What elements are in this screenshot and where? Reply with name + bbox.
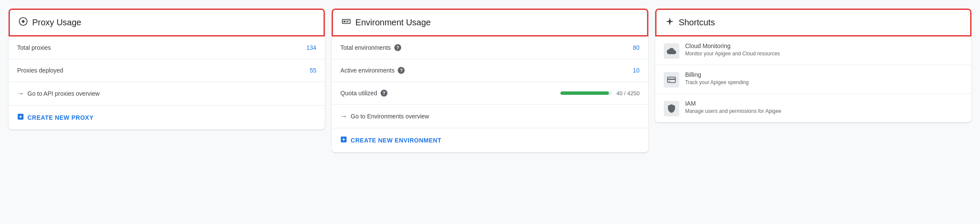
create-env-icon (340, 136, 347, 145)
svg-point-3 (22, 21, 24, 22)
create-new-environment-label: CREATE NEW ENVIRONMENT (351, 137, 441, 144)
total-proxies-value[interactable]: 134 (306, 44, 316, 51)
cloud-monitoring-icon-wrapper (664, 43, 679, 59)
shortcuts-body: Cloud Monitoring Monitor your Apigee and… (655, 36, 971, 122)
shortcut-cloud-monitoring[interactable]: Cloud Monitoring Monitor your Apigee and… (655, 36, 971, 65)
go-to-api-proxies-row[interactable]: → Go to API proxies overview (9, 82, 325, 106)
billing-title: Billing (685, 71, 749, 78)
quota-help-icon[interactable]: ? (381, 90, 387, 97)
proxies-deployed-row: Proxies deployed 55 (9, 59, 325, 82)
create-new-environment-row[interactable]: CREATE NEW ENVIRONMENT (332, 128, 648, 152)
shortcuts-icon (665, 17, 675, 28)
shortcuts-header: Shortcuts (655, 9, 971, 36)
svg-rect-9 (346, 21, 349, 21)
proxy-usage-icon (18, 17, 28, 28)
create-new-proxy-row[interactable]: CREATE NEW PROXY (9, 106, 325, 130)
svg-rect-16 (668, 81, 670, 82)
iam-text: IAM Manage users and permissions for Api… (685, 100, 781, 114)
shortcuts-title: Shortcuts (679, 18, 715, 27)
create-new-proxy-label: CREATE NEW PROXY (27, 114, 94, 121)
iam-desc: Manage users and permissions for Apigee (685, 108, 781, 114)
iam-icon-wrapper (664, 101, 679, 116)
svg-rect-8 (344, 21, 346, 22)
environment-usage-card: Environment Usage Total environments ? 8… (332, 9, 648, 152)
proxies-deployed-value[interactable]: 55 (310, 67, 317, 74)
environment-usage-body: Total environments ? 80 Active environme… (332, 36, 648, 152)
svg-rect-7 (342, 19, 350, 23)
quota-progress-fill (560, 91, 609, 95)
total-proxies-row: Total proxies 134 (9, 36, 325, 59)
total-environments-row: Total environments ? 80 (332, 36, 648, 59)
go-to-environments-row[interactable]: → Go to Environments overview (332, 105, 648, 128)
billing-text: Billing Track your Apigee spending (685, 71, 749, 85)
go-to-api-proxies-label: Go to API proxies overview (27, 90, 100, 97)
billing-desc: Track your Apigee spending (685, 79, 749, 85)
env-arrow-icon: → (340, 112, 347, 120)
environment-usage-title: Environment Usage (355, 18, 431, 27)
proxies-deployed-label: Proxies deployed (17, 67, 63, 74)
proxy-usage-header: Proxy Usage (9, 9, 325, 36)
shortcut-billing[interactable]: Billing Track your Apigee spending (655, 65, 971, 94)
svg-rect-10 (346, 21, 348, 22)
quota-text: 40 / 4250 (616, 90, 639, 97)
billing-icon-wrapper (664, 72, 679, 88)
cloud-monitoring-title: Cloud Monitoring (685, 42, 780, 49)
quota-bar-container: 40 / 4250 (560, 90, 639, 97)
create-proxy-icon (17, 113, 24, 122)
proxy-usage-card: Proxy Usage Total proxies 134 Proxies de… (9, 9, 325, 130)
quota-utilized-label: Quota utilized ? (340, 90, 387, 97)
cloud-monitoring-desc: Monitor your Apigee and Cloud resources (685, 51, 780, 57)
environment-usage-icon (342, 17, 351, 28)
shortcut-iam[interactable]: IAM Manage users and permissions for Api… (655, 94, 971, 122)
environment-usage-header: Environment Usage (332, 9, 648, 36)
quota-utilized-row: Quota utilized ? 40 / 4250 (332, 82, 648, 105)
total-environments-label: Total environments ? (340, 44, 401, 51)
total-env-help-icon[interactable]: ? (394, 44, 401, 51)
shortcuts-card: Shortcuts Cloud Monitoring Monitor your … (655, 9, 971, 122)
cloud-monitoring-text: Cloud Monitoring Monitor your Apigee and… (685, 42, 780, 57)
iam-title: IAM (685, 100, 781, 107)
total-proxies-label: Total proxies (17, 44, 51, 51)
svg-rect-15 (667, 79, 675, 80)
active-environments-label: Active environments ? (340, 67, 405, 74)
quota-progress-bar (560, 91, 612, 95)
go-to-environments-label: Go to Environments overview (351, 113, 429, 120)
arrow-icon: → (17, 90, 24, 97)
total-environments-value[interactable]: 80 (633, 44, 640, 51)
proxy-usage-body: Total proxies 134 Proxies deployed 55 → … (9, 36, 325, 130)
proxy-usage-title: Proxy Usage (32, 18, 82, 27)
active-environments-value[interactable]: 10 (633, 67, 640, 74)
active-environments-row: Active environments ? 10 (332, 59, 648, 82)
active-env-help-icon[interactable]: ? (398, 67, 405, 74)
